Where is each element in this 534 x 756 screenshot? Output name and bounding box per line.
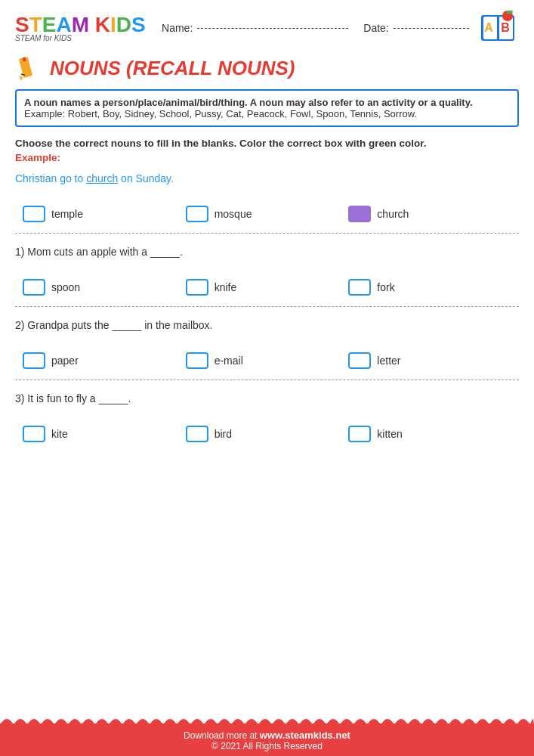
definition-line2: Example: Robert, Boy, Sidney, School, Pu… — [24, 108, 417, 119]
question-1-text: 1) Mom cuts an apple with a _____. — [0, 238, 534, 261]
instructions-text: Choose the correct nouns to fill in the … — [15, 138, 427, 149]
page-title: NOUNS (RECALL NOUNS) — [50, 57, 295, 80]
pencil-icon — [15, 54, 42, 82]
date-dotted-line — [394, 28, 469, 29]
q2-option-label-1: e-mail — [215, 355, 243, 367]
example-option-label-2: church — [377, 208, 409, 220]
svg-text:B: B — [501, 21, 510, 34]
q2-option-box-0[interactable] — [23, 352, 45, 369]
date-label: Date: — [363, 22, 388, 34]
example-option-2: church — [348, 206, 511, 222]
q3-options-row: kite bird kitten — [0, 418, 534, 448]
q1-option-label-0: spoon — [51, 281, 80, 293]
footer-copyright: © 2021 All Rights Reserved — [15, 741, 519, 751]
example-option-box-0[interactable] — [23, 206, 45, 222]
q3-option-box-1[interactable] — [186, 426, 208, 442]
q1-option-0: spoon — [23, 279, 186, 296]
q2-options-row: paper e-mail letter — [0, 345, 534, 375]
q1-option-box-1[interactable] — [186, 279, 208, 296]
q3-option-label-1: bird — [215, 428, 232, 440]
divider-1 — [15, 306, 519, 307]
example-option-box-2[interactable] — [348, 206, 371, 222]
q3-option-box-2[interactable] — [348, 426, 371, 442]
example-option-label-1: mosque — [215, 208, 252, 220]
definition-line1: A noun names a person/place/animal/bird/… — [24, 97, 473, 108]
q1-option-box-2[interactable] — [348, 279, 371, 296]
example-label: Example: — [0, 150, 534, 166]
example-option-label-0: temple — [51, 208, 83, 220]
example-options-row: temple mosque church — [0, 198, 534, 228]
q3-option-2: kitten — [348, 426, 511, 442]
q1-options-row: spoon knife fork — [0, 271, 534, 302]
example-option-0: temple — [23, 206, 186, 222]
definition-box: A noun names a person/place/animal/bird/… — [15, 89, 519, 127]
q1-option-label-1: knife — [215, 281, 237, 293]
question-3-text: 3) It is fun to fly a _____. — [0, 385, 534, 407]
footer-download: Download more at www.steamkids.net — [15, 730, 519, 741]
q3-option-box-0[interactable] — [23, 426, 45, 442]
question-2-text: 2) Grandpa puts the _____ in the mailbox… — [0, 311, 534, 334]
logo-text: STEAM KIDS — [15, 14, 146, 36]
logo-subtitle: STEAM for KIDS — [15, 34, 72, 42]
q1-option-label-2: fork — [377, 281, 394, 293]
q1-option-1: knife — [186, 279, 349, 296]
name-line: Name: — [162, 22, 348, 34]
svg-rect-3 — [497, 17, 499, 39]
instructions: Choose the correct nouns to fill in the … — [0, 135, 534, 150]
name-date-area: Name: Date: — [153, 22, 477, 34]
date-line: Date: — [363, 22, 468, 34]
underline-church: church — [86, 172, 118, 184]
q3-option-1: bird — [186, 426, 349, 442]
q2-option-2: letter — [348, 352, 511, 369]
logo-area: STEAM KIDS STEAM for KIDS — [15, 14, 146, 42]
q2-option-label-0: paper — [51, 355, 79, 367]
q2-number: 2) Grandpa puts the _____ in the mailbox… — [15, 319, 213, 331]
footer: Download more at www.steamkids.net © 202… — [0, 723, 534, 756]
q2-option-1: e-mail — [186, 352, 349, 369]
svg-text:A: A — [484, 21, 493, 34]
name-dotted-line — [197, 28, 348, 29]
q1-option-2: fork — [348, 279, 511, 296]
q3-number: 3) It is fun to fly a _____. — [15, 392, 131, 404]
divider-2 — [15, 380, 519, 380]
footer-scallop — [0, 713, 534, 725]
example-sentence: Christian go to church on Sunday. — [0, 166, 534, 187]
header: STEAM KIDS STEAM for KIDS Name: Date: A … — [0, 0, 534, 51]
example-option-1: mosque — [186, 206, 349, 222]
book-icon: A B — [477, 9, 519, 47]
page-title-area: NOUNS (RECALL NOUNS) — [0, 51, 534, 86]
q2-option-label-2: letter — [377, 355, 400, 367]
q2-option-box-1[interactable] — [186, 352, 208, 369]
q1-number: 1) Mom cuts an apple with a _____. — [15, 246, 183, 258]
q3-option-label-2: kitten — [377, 428, 402, 440]
q3-option-label-0: kite — [51, 428, 68, 440]
q1-option-box-0[interactable] — [23, 279, 45, 296]
q3-option-0: kite — [23, 426, 186, 442]
name-label: Name: — [162, 22, 193, 34]
q2-option-0: paper — [23, 352, 186, 369]
definition-text: A noun names a person/place/animal/bird/… — [24, 97, 510, 119]
svg-marker-10 — [19, 76, 23, 81]
footer-url: www.steamkids.net — [260, 730, 350, 741]
q2-option-box-2[interactable] — [348, 352, 371, 369]
example-option-box-1[interactable] — [186, 206, 208, 222]
svg-rect-7 — [507, 11, 508, 14]
divider-0 — [15, 233, 519, 234]
